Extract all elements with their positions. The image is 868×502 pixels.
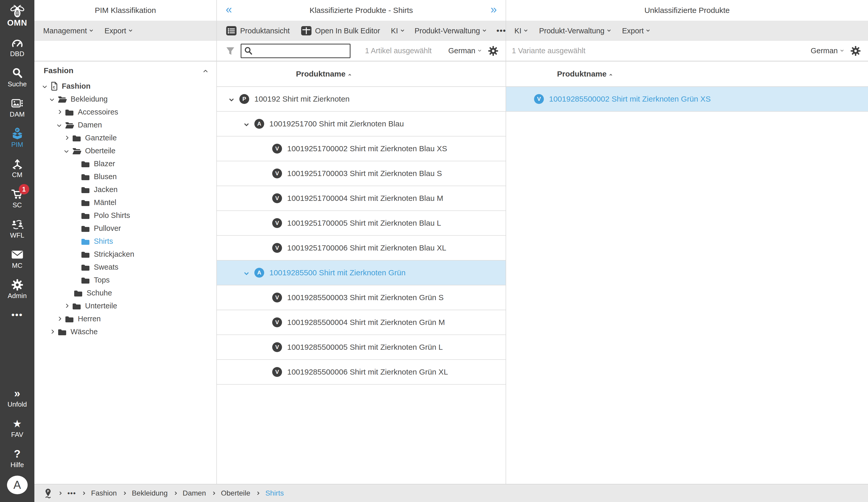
expand-chevron-icon[interactable]: [50, 97, 54, 101]
tree-node-blazer[interactable]: Blazer: [34, 157, 216, 170]
expand-panel-right-button[interactable]: »: [490, 4, 497, 15]
produktname-column-header[interactable]: Produktname: [296, 62, 351, 86]
sidebar-item-sc[interactable]: 1 SC: [0, 188, 34, 209]
cart-icon: 1: [11, 188, 23, 201]
table-row[interactable]: V 10019285500006 Shirt mit Zierknoten Gr…: [217, 360, 506, 385]
tree-node-maentel[interactable]: Mäntel: [34, 196, 216, 209]
produktname-column-header[interactable]: Produktname: [557, 62, 612, 86]
expand-chevron-icon[interactable]: [244, 270, 249, 275]
collapsed-chevron-icon[interactable]: [57, 317, 62, 321]
classification-pin-icon[interactable]: P: [44, 488, 52, 498]
tree-node-herren[interactable]: Herren: [34, 312, 216, 325]
sidebar-item-suche[interactable]: Suche: [0, 67, 34, 88]
breadcrumb-item-fashion[interactable]: Fashion: [91, 489, 117, 497]
produktansicht-button[interactable]: Produktansicht: [226, 25, 290, 37]
table-row[interactable]: V 10019251700004 Shirt mit Zierknoten Bl…: [217, 186, 506, 211]
language-selector[interactable]: German: [448, 47, 481, 55]
table-row[interactable]: A 10019251700 Shirt mit Zierknoten Blau: [217, 112, 506, 136]
tree-node-sweats[interactable]: Sweats: [34, 260, 216, 274]
sidebar-item-cm[interactable]: CM: [0, 157, 34, 179]
tree-node-pullover[interactable]: Pullover: [34, 222, 216, 235]
open-in-bulk-editor-button[interactable]: Open In Bulk Editor: [301, 25, 380, 37]
gauge-icon: [11, 37, 23, 49]
folder-icon: [65, 315, 74, 322]
tree-node-bekleidung[interactable]: Bekleidung: [34, 93, 216, 105]
more-actions-button[interactable]: •••: [497, 27, 506, 35]
panel-title: Klassifizierte Produkte - Shirts: [309, 6, 413, 15]
sidebar-item-mc[interactable]: MC: [0, 248, 34, 270]
management-menu-button[interactable]: Management: [43, 27, 93, 35]
admin-gear-icon: [11, 278, 23, 291]
breadcrumb-item-damen[interactable]: Damen: [183, 489, 206, 497]
collapse-panel-left-button[interactable]: «: [226, 4, 232, 15]
table-header-row: Produktname: [217, 62, 506, 87]
tree-header[interactable]: Fashion: [34, 62, 216, 80]
produkt-verwaltung-menu-button[interactable]: Produkt-Verwaltung: [415, 27, 486, 35]
search-input[interactable]: [253, 44, 350, 58]
tree-node-shirts-selected[interactable]: Shirts: [34, 235, 216, 248]
tree-node-oberteile[interactable]: Oberteile: [34, 144, 216, 157]
sidebar-item-label: DAM: [10, 110, 25, 119]
collapsed-chevron-icon[interactable]: [64, 304, 69, 308]
sidebar-more-icon[interactable]: •••: [11, 310, 23, 320]
sidebar-item-wfl[interactable]: WFL: [0, 218, 34, 239]
language-selector[interactable]: German: [810, 47, 843, 55]
export-menu-button[interactable]: Export: [622, 27, 650, 35]
expand-chevron-icon[interactable]: [57, 123, 62, 127]
table-row[interactable]: V 10019251700003 Shirt mit Zierknoten Bl…: [217, 161, 506, 186]
folder-icon: [58, 328, 67, 336]
sidebar-item-unfold[interactable]: » Unfold: [0, 387, 34, 408]
collapse-chevron-icon[interactable]: [204, 70, 208, 74]
table-row[interactable]: V 10019251700006 Shirt mit Zierknoten Bl…: [217, 236, 506, 260]
breadcrumb-item-shirts[interactable]: Shirts: [265, 489, 284, 497]
ki-menu-button[interactable]: KI: [391, 27, 403, 35]
settings-gear-icon[interactable]: [850, 46, 861, 56]
breadcrumb-more-button[interactable]: •••: [68, 489, 76, 497]
sidebar-item-pim[interactable]: P PIM: [0, 127, 34, 148]
folder-icon: [81, 237, 90, 245]
expand-chevron-icon[interactable]: [43, 84, 47, 89]
produkt-verwaltung-menu-button[interactable]: Produkt-Verwaltung: [539, 27, 610, 35]
table-row[interactable]: V 10019251700002 Shirt mit Zierknoten Bl…: [217, 136, 506, 161]
omn-logo[interactable]: OMN: [7, 4, 28, 28]
collapsed-chevron-icon[interactable]: [64, 136, 69, 140]
expand-chevron-icon[interactable]: [64, 148, 69, 153]
tree-node-accessoires[interactable]: Accessoires: [34, 105, 216, 119]
sidebar-item-dbd[interactable]: DBD: [0, 37, 34, 58]
sidebar-item-admin[interactable]: Admin: [0, 278, 34, 300]
tree-node-strickjacken[interactable]: Strickjacken: [34, 248, 216, 260]
export-menu-button[interactable]: Export: [104, 27, 132, 35]
expand-chevron-icon[interactable]: [229, 97, 234, 101]
tree-node-waesche[interactable]: Wäsche: [34, 325, 216, 338]
table-row[interactable]: P 100192 Shirt mit Zierknoten: [217, 87, 506, 112]
tree-node-unterteile[interactable]: Unterteile: [34, 299, 216, 312]
table-row-selected[interactable]: V 10019285500002 Shirt mit Zierknoten Gr…: [506, 87, 868, 112]
tree-node-tops[interactable]: Tops: [34, 274, 216, 286]
sidebar-item-dam[interactable]: DAM: [0, 97, 34, 119]
tree-node-polo-shirts[interactable]: Polo Shirts: [34, 209, 216, 222]
table-row[interactable]: V 10019285500005 Shirt mit Zierknoten Gr…: [217, 335, 506, 360]
expand-chevron-icon[interactable]: [244, 122, 249, 126]
tree-node-schuhe[interactable]: Schuhe: [34, 286, 216, 299]
collapsed-chevron-icon[interactable]: [50, 330, 54, 334]
sidebar-item-hilfe[interactable]: ? Hilfe: [0, 448, 34, 469]
tree-node-jacken[interactable]: Jacken: [34, 183, 216, 196]
tree-node-ganzteile[interactable]: Ganzteile: [34, 131, 216, 144]
breadcrumb-item-oberteile[interactable]: Oberteile: [221, 489, 250, 497]
sidebar-item-fav[interactable]: ★ FAV: [0, 417, 34, 439]
settings-gear-icon[interactable]: [488, 46, 498, 56]
breadcrumb-item-bekleidung[interactable]: Bekleidung: [132, 489, 168, 497]
table-row[interactable]: V 10019285500004 Shirt mit Zierknoten Gr…: [217, 310, 506, 335]
tree-node-blusen[interactable]: Blusen: [34, 170, 216, 183]
table-row[interactable]: V 10019251700005 Shirt mit Zierknoten Bl…: [217, 211, 506, 236]
folder-icon: [81, 173, 90, 181]
tree-node-fashion[interactable]: c Fashion: [34, 80, 216, 93]
tree-node-damen[interactable]: Damen: [34, 119, 216, 131]
table-row[interactable]: V 10019285500003 Shirt mit Zierknoten Gr…: [217, 285, 506, 310]
avatar[interactable]: A: [7, 475, 28, 494]
ki-menu-button[interactable]: KI: [514, 27, 527, 35]
collapsed-chevron-icon[interactable]: [57, 110, 62, 114]
filter-funnel-icon[interactable]: [226, 46, 235, 55]
table-row-selected[interactable]: A 10019285500 Shirt mit Zierknoten Grün: [217, 260, 506, 285]
sidebar-item-label: WFL: [10, 231, 24, 239]
